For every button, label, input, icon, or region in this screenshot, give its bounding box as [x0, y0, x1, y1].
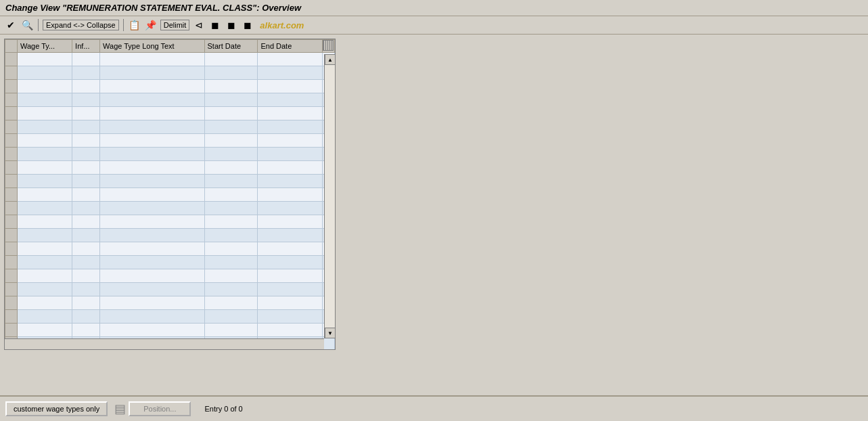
- cell-info[interactable]: [72, 53, 100, 66]
- cell-info[interactable]: [72, 66, 100, 80]
- cell-wage-type[interactable]: [18, 256, 72, 269]
- cell-end-date[interactable]: [258, 120, 323, 134]
- table-row[interactable]: [5, 296, 335, 310]
- cell-info[interactable]: [72, 107, 100, 120]
- cell-wage-type[interactable]: [18, 229, 72, 242]
- cell-end-date[interactable]: [258, 148, 323, 161]
- delimit-button[interactable]: Delimit: [160, 20, 190, 30]
- cell-start-date[interactable]: [204, 324, 258, 337]
- table-row[interactable]: [5, 215, 335, 229]
- first-icon[interactable]: ◼: [208, 18, 222, 32]
- cell-start-date[interactable]: [204, 80, 258, 93]
- cell-start-date[interactable]: [204, 269, 258, 283]
- row-selector[interactable]: [5, 324, 18, 337]
- cell-end-date[interactable]: [258, 215, 323, 229]
- cell-start-date[interactable]: [204, 310, 258, 324]
- table-row[interactable]: [5, 161, 335, 175]
- cell-wage-type[interactable]: [18, 53, 72, 66]
- table-row[interactable]: [5, 148, 335, 161]
- nav-left-icon[interactable]: ⊲: [192, 18, 206, 32]
- cell-wage-type[interactable]: [18, 161, 72, 175]
- row-selector[interactable]: [5, 148, 18, 161]
- cell-long-text[interactable]: [100, 53, 204, 66]
- scroll-down-button[interactable]: ▼: [325, 328, 336, 338]
- cell-start-date[interactable]: [204, 161, 258, 175]
- cell-long-text[interactable]: [100, 256, 204, 269]
- cell-info[interactable]: [72, 148, 100, 161]
- horizontal-scrollbar[interactable]: [5, 338, 324, 349]
- col-start-date[interactable]: Start Date: [204, 40, 258, 53]
- cell-long-text[interactable]: [100, 66, 204, 80]
- row-selector[interactable]: [5, 310, 18, 324]
- cell-wage-type[interactable]: [18, 283, 72, 296]
- row-selector[interactable]: [5, 283, 18, 296]
- customer-wage-types-button[interactable]: customer wage types only: [5, 401, 108, 416]
- cell-wage-type[interactable]: [18, 296, 72, 310]
- row-selector[interactable]: [5, 256, 18, 269]
- cell-info[interactable]: [72, 202, 100, 215]
- row-selector[interactable]: [5, 188, 18, 202]
- cell-end-date[interactable]: [258, 80, 323, 93]
- cell-start-date[interactable]: [204, 107, 258, 120]
- cell-long-text[interactable]: [100, 242, 204, 256]
- table-row[interactable]: [5, 107, 335, 120]
- cell-info[interactable]: [72, 80, 100, 93]
- cell-start-date[interactable]: [204, 229, 258, 242]
- row-selector[interactable]: [5, 269, 18, 283]
- table-row[interactable]: [5, 175, 335, 188]
- expand-collapse-button[interactable]: Expand <-> Collapse: [43, 20, 119, 30]
- row-selector[interactable]: [5, 242, 18, 256]
- cell-start-date[interactable]: [204, 134, 258, 148]
- cell-long-text[interactable]: [100, 310, 204, 324]
- cell-long-text[interactable]: [100, 283, 204, 296]
- row-selector[interactable]: [5, 215, 18, 229]
- cell-wage-type[interactable]: [18, 120, 72, 134]
- cell-end-date[interactable]: [258, 324, 323, 337]
- table-row[interactable]: [5, 229, 335, 242]
- cell-wage-type[interactable]: [18, 175, 72, 188]
- table-row[interactable]: [5, 120, 335, 134]
- row-selector[interactable]: [5, 296, 18, 310]
- cell-end-date[interactable]: [258, 310, 323, 324]
- row-selector[interactable]: [5, 161, 18, 175]
- cell-info[interactable]: [72, 296, 100, 310]
- row-selector[interactable]: [5, 175, 18, 188]
- table-row[interactable]: [5, 242, 335, 256]
- cell-wage-type[interactable]: [18, 93, 72, 107]
- cell-wage-type[interactable]: [18, 188, 72, 202]
- cell-wage-type[interactable]: [18, 66, 72, 80]
- cell-info[interactable]: [72, 229, 100, 242]
- cell-end-date[interactable]: [258, 242, 323, 256]
- cell-wage-type[interactable]: [18, 215, 72, 229]
- cell-info[interactable]: [72, 120, 100, 134]
- table-row[interactable]: [5, 134, 335, 148]
- cell-start-date[interactable]: [204, 283, 258, 296]
- table-row[interactable]: [5, 53, 335, 66]
- cell-wage-type[interactable]: [18, 269, 72, 283]
- row-selector[interactable]: [5, 229, 18, 242]
- cell-info[interactable]: [72, 324, 100, 337]
- scroll-up-button[interactable]: ▲: [325, 54, 336, 65]
- cell-end-date[interactable]: [258, 134, 323, 148]
- cell-wage-type[interactable]: [18, 324, 72, 337]
- cell-long-text[interactable]: [100, 134, 204, 148]
- cell-end-date[interactable]: [258, 296, 323, 310]
- col-long-text[interactable]: Wage Type Long Text: [100, 40, 204, 53]
- cell-info[interactable]: [72, 256, 100, 269]
- vertical-scrollbar[interactable]: ▲ ▼: [324, 54, 335, 338]
- cell-info[interactable]: [72, 242, 100, 256]
- row-selector[interactable]: [5, 93, 18, 107]
- cell-long-text[interactable]: [100, 269, 204, 283]
- cell-info[interactable]: [72, 93, 100, 107]
- col-wage-type[interactable]: Wage Ty...: [18, 40, 72, 53]
- cell-start-date[interactable]: [204, 175, 258, 188]
- cell-long-text[interactable]: [100, 80, 204, 93]
- cell-long-text[interactable]: [100, 188, 204, 202]
- cell-end-date[interactable]: [258, 229, 323, 242]
- cell-wage-type[interactable]: [18, 310, 72, 324]
- cell-start-date[interactable]: [204, 66, 258, 80]
- table-row[interactable]: [5, 66, 335, 80]
- cell-info[interactable]: [72, 161, 100, 175]
- row-selector[interactable]: [5, 134, 18, 148]
- cell-start-date[interactable]: [204, 53, 258, 66]
